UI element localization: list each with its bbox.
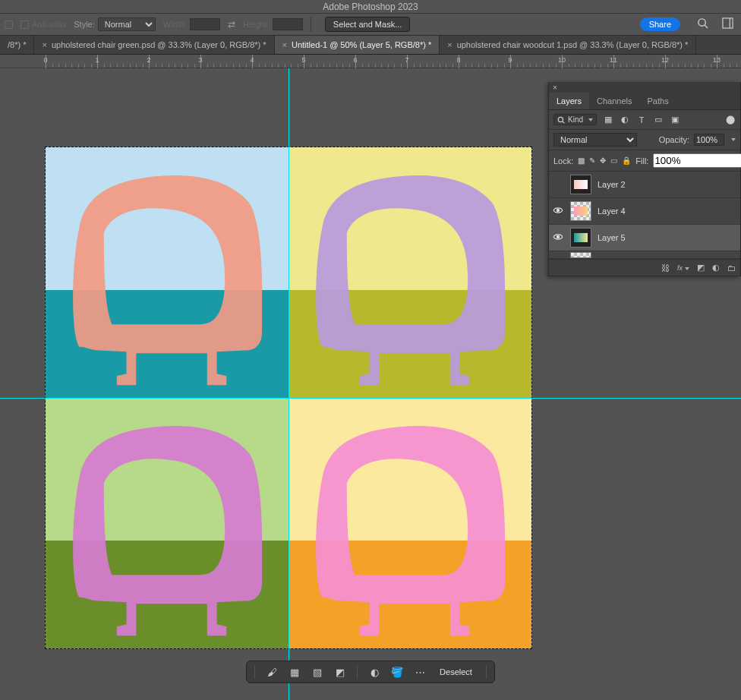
canvas-quadrant: [46, 147, 289, 398]
context-task-bar[interactable]: 🖌 ▦ ▧ ◩ ◐ 🪣 ⋯ Deselect: [246, 661, 495, 683]
lock-pos-icon[interactable]: ✥: [600, 156, 606, 165]
canvas-quadrant: [46, 398, 289, 648]
workspace-icon[interactable]: [722, 17, 733, 31]
select-and-mask-button[interactable]: Select and Mask...: [325, 17, 411, 32]
layer-name[interactable]: Layer 5: [598, 233, 626, 242]
svg-point-7: [557, 235, 559, 238]
fx-icon[interactable]: fx: [677, 264, 689, 272]
lock-trans-icon[interactable]: ▩: [578, 156, 585, 165]
panel-tab[interactable]: Channels: [589, 93, 639, 109]
options-bar: Anti-alias Style: Normal Width: ⇄ Height…: [0, 14, 741, 36]
document-tab[interactable]: ×upholstered chair woodcut 1.psd @ 33.3%…: [440, 36, 696, 54]
layer-name[interactable]: Layer 2: [598, 180, 626, 189]
search-icon[interactable]: [697, 17, 708, 31]
lock-all-icon[interactable]: 🔒: [622, 156, 631, 165]
document-tab-label: upholstered chair woodcut 1.psd @ 33.3% …: [457, 40, 689, 49]
document-tab-label: /8*) *: [8, 40, 26, 49]
lock-artboard-icon[interactable]: ▭: [610, 156, 617, 165]
adjustment-icon[interactable]: ◐: [368, 667, 380, 678]
layer-row[interactable]: Layer 4: [549, 198, 740, 225]
svg-point-6: [557, 209, 559, 211]
filter-shape-icon[interactable]: ▭: [653, 115, 664, 125]
subtract-sel-icon[interactable]: ▦: [289, 667, 301, 678]
app-title-bar: Adobe Photoshop 2023: [0, 0, 741, 14]
layer-thumbnail[interactable]: [570, 201, 591, 221]
mask-add-icon[interactable]: ◩: [697, 263, 705, 273]
layer-filter-kind[interactable]: Kind: [553, 114, 597, 125]
filter-adjust-icon[interactable]: ◐: [620, 115, 630, 125]
document-tab[interactable]: ×upholstered chair green.psd @ 33.3% (La…: [34, 36, 274, 54]
close-panel-icon[interactable]: ×: [549, 84, 561, 92]
close-tab-icon[interactable]: ×: [42, 40, 46, 49]
layer-name[interactable]: Layer 4: [598, 207, 626, 216]
width-input: [190, 18, 220, 30]
swap-wh-icon[interactable]: ⇄: [228, 19, 235, 30]
panel-head[interactable]: ×: [549, 82, 740, 93]
panel-footer: ⛓ fx ◩ ◐ 🗀: [549, 259, 740, 276]
share-button[interactable]: Share: [640, 17, 680, 31]
fill-input[interactable]: [653, 153, 741, 168]
style-select[interactable]: Normal: [98, 17, 156, 31]
style-label: Style:: [74, 20, 95, 29]
options-divider: [311, 17, 311, 32]
fill-label: Fill:: [635, 156, 648, 166]
layer-visibility-icon[interactable]: [552, 232, 564, 243]
layer-thumbnail[interactable]: [570, 228, 591, 248]
more-icon[interactable]: ⋯: [414, 667, 426, 678]
guide-vertical[interactable]: [289, 68, 289, 700]
blend-opacity-row: Normal Opacity:: [549, 130, 740, 150]
svg-point-0: [698, 19, 705, 26]
layer-filter-row: Kind ▦ ◐ T ▭ ▣ ⬤: [549, 110, 740, 130]
panel-tab[interactable]: Layers: [549, 93, 589, 109]
document-tabs: /8*) *×upholstered chair green.psd @ 33.…: [0, 36, 741, 55]
layers-list: Layer 2Layer 4Layer 5: [549, 172, 740, 259]
filter-smart-icon[interactable]: ▣: [670, 115, 680, 125]
height-label: Height:: [243, 20, 270, 29]
layer-thumbnail[interactable]: [570, 175, 591, 194]
document-tab[interactable]: /8*) *: [0, 36, 34, 54]
canvas-quadrant: [289, 398, 531, 648]
mask-icon[interactable]: ◩: [334, 667, 346, 678]
document-tab-label: upholstered chair green.psd @ 33.3% (Lay…: [52, 40, 266, 49]
layer-row[interactable]: [549, 251, 740, 259]
canvas-quadrant: [289, 147, 531, 398]
panel-tabs: LayersChannelsPaths: [549, 93, 740, 110]
lock-image-icon[interactable]: ✎: [589, 156, 595, 165]
blend-mode-select[interactable]: Normal: [553, 133, 637, 147]
deselect-button[interactable]: Deselect: [437, 667, 475, 676]
group-icon[interactable]: 🗀: [727, 263, 736, 273]
anti-alias-label: Anti-alias: [20, 20, 66, 29]
layer-row[interactable]: Layer 2: [549, 172, 740, 198]
layer-row[interactable]: Layer 5: [549, 225, 740, 251]
svg-line-1: [705, 25, 708, 28]
opacity-label: Opacity:: [659, 135, 689, 144]
ruler-horizontal[interactable]: 012345678910111213: [0, 55, 741, 68]
lock-fill-row: Lock: ▩ ✎ ✥ ▭ 🔒 Fill:: [549, 150, 740, 172]
layer-visibility-icon[interactable]: [552, 206, 564, 216]
filter-pixel-icon[interactable]: ▦: [603, 115, 613, 125]
link-layers-icon[interactable]: ⛓: [661, 263, 670, 273]
guide-horizontal[interactable]: [0, 398, 741, 399]
width-label: Width:: [163, 20, 187, 29]
svg-rect-2: [723, 18, 733, 28]
filter-type-icon[interactable]: T: [636, 115, 647, 125]
layers-panel[interactable]: × LayersChannelsPaths Kind ▦ ◐ T ▭ ▣ ⬤ N…: [548, 82, 741, 276]
adjustment-layer-icon[interactable]: ◐: [712, 263, 720, 273]
svg-line-5: [563, 121, 565, 123]
brush-icon[interactable]: 🖌: [266, 667, 278, 678]
document-tab-label: Untitled-1 @ 50% (Layer 5, RGB/8*) *: [292, 40, 431, 49]
panel-tab[interactable]: Paths: [640, 93, 676, 109]
close-tab-icon[interactable]: ×: [447, 40, 452, 49]
transform-sel-icon[interactable]: ▧: [311, 667, 323, 678]
svg-point-4: [558, 117, 563, 121]
opacity-input[interactable]: [694, 134, 724, 146]
document-tab[interactable]: ×Untitled-1 @ 50% (Layer 5, RGB/8*) *: [275, 36, 440, 54]
sel-mode-box[interactable]: [5, 20, 13, 29]
fill-icon[interactable]: 🪣: [391, 667, 403, 678]
filter-toggle-icon[interactable]: ⬤: [725, 115, 736, 125]
lock-label: Lock:: [553, 156, 573, 166]
height-input: [273, 18, 303, 30]
close-tab-icon[interactable]: ×: [282, 40, 287, 49]
app-title: Adobe Photoshop 2023: [323, 2, 418, 12]
